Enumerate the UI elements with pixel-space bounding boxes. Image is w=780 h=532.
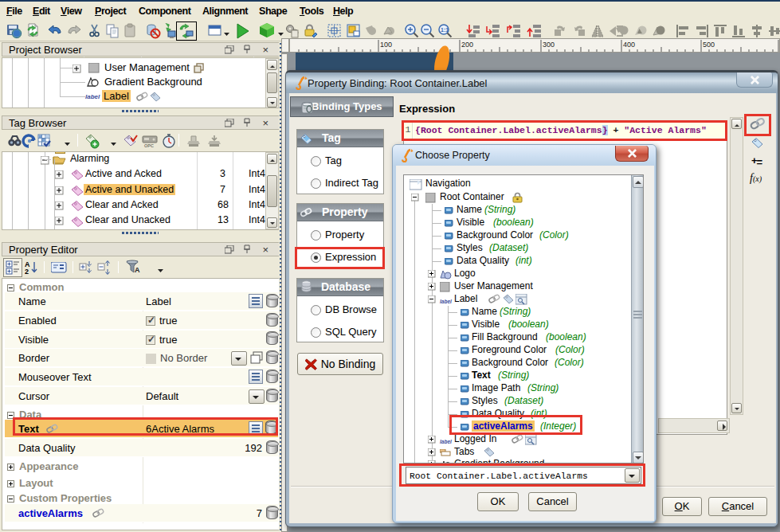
svg-text:100: 100	[380, 41, 392, 49]
svg-text:500: 500	[703, 41, 715, 49]
svg-text:A: A	[135, 266, 140, 274]
svg-text:200: 200	[461, 41, 473, 49]
svg-text:1:1: 1:1	[441, 27, 449, 33]
svg-text:400: 400	[623, 41, 635, 49]
svg-text:2: 2	[25, 268, 29, 275]
svg-text:OPC: OPC	[144, 143, 154, 148]
svg-text:300: 300	[543, 41, 555, 49]
